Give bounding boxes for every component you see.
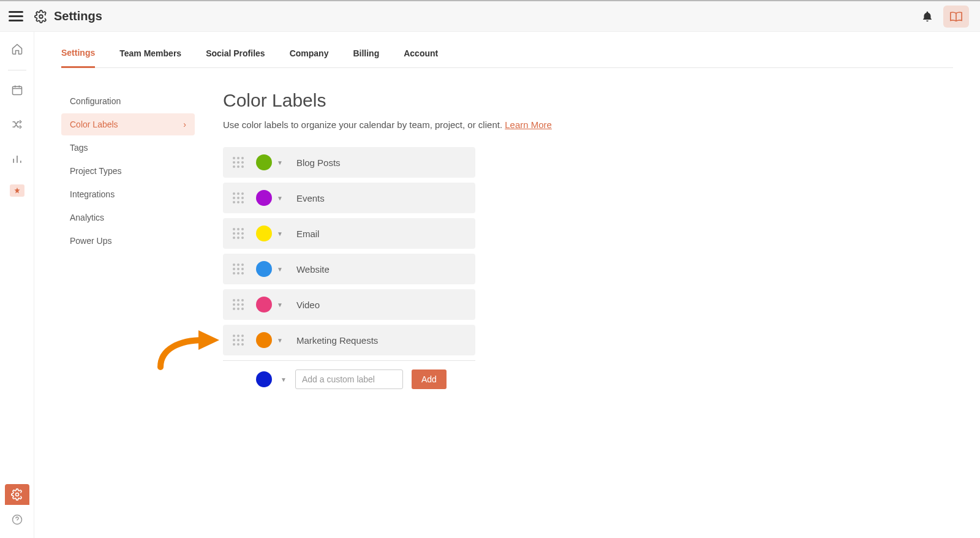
label-name[interactable]: Website bbox=[296, 264, 330, 275]
tab-team-members[interactable]: Team Members bbox=[119, 48, 181, 67]
tab-social-profiles[interactable]: Social Profiles bbox=[206, 48, 265, 67]
color-swatch[interactable] bbox=[256, 154, 272, 170]
sidenav-color-labels[interactable]: Color Labels› bbox=[61, 113, 195, 135]
color-swatch[interactable] bbox=[256, 297, 272, 313]
color-label-row: ▼Blog Posts bbox=[223, 147, 475, 178]
chevron-down-icon[interactable]: ▼ bbox=[277, 266, 283, 273]
callout-arrow-annotation bbox=[156, 329, 223, 372]
chevron-down-icon[interactable]: ▼ bbox=[277, 159, 283, 166]
label-name[interactable]: Email bbox=[296, 229, 320, 239]
chevron-down-icon[interactable]: ▼ bbox=[277, 301, 283, 308]
svg-rect-1 bbox=[12, 86, 21, 94]
label-name[interactable]: Marketing Requests bbox=[296, 335, 378, 346]
rail-help[interactable] bbox=[11, 513, 23, 528]
learn-more-link[interactable]: Learn More bbox=[505, 119, 552, 130]
sidenav-analytics[interactable]: Analytics bbox=[61, 206, 195, 229]
drag-handle-icon[interactable] bbox=[233, 263, 244, 275]
color-label-row: ▼Email bbox=[223, 218, 475, 249]
tab-settings[interactable]: Settings bbox=[61, 48, 95, 68]
color-swatch[interactable] bbox=[256, 261, 272, 277]
add-label-row: ▼ Add bbox=[223, 369, 475, 389]
color-swatch[interactable] bbox=[256, 225, 272, 241]
label-name[interactable]: Blog Posts bbox=[296, 157, 341, 168]
topbar: Settings bbox=[0, 1, 980, 32]
chevron-right-icon: › bbox=[183, 119, 186, 129]
sidenav-tags[interactable]: Tags bbox=[61, 137, 195, 159]
left-icon-rail bbox=[0, 32, 34, 538]
menu-toggle[interactable] bbox=[9, 11, 23, 21]
color-label-row: ▼Marketing Requests bbox=[223, 325, 475, 355]
settings-tabs: SettingsTeam MembersSocial ProfilesCompa… bbox=[61, 32, 953, 68]
chevron-down-icon[interactable]: ▼ bbox=[277, 195, 283, 202]
rail-analytics[interactable] bbox=[9, 150, 26, 167]
rail-calendar[interactable] bbox=[9, 81, 26, 99]
sidenav-configuration[interactable]: Configuration bbox=[61, 90, 195, 112]
label-name[interactable]: Events bbox=[296, 193, 325, 203]
section-title: Color Labels bbox=[223, 90, 688, 111]
svg-point-0 bbox=[39, 15, 43, 18]
gear-icon bbox=[34, 10, 48, 23]
rail-settings-active[interactable] bbox=[5, 484, 29, 505]
labels-divider bbox=[223, 360, 475, 361]
section-description: Use color labels to organize your calend… bbox=[223, 119, 688, 130]
drag-handle-icon[interactable] bbox=[233, 299, 244, 310]
rail-shuffle[interactable] bbox=[9, 116, 26, 133]
tab-billing[interactable]: Billing bbox=[353, 48, 379, 67]
color-labels-list: ▼Blog Posts▼Events▼Email▼Website▼Video▼M… bbox=[223, 147, 688, 355]
color-label-row: ▼Website bbox=[223, 254, 475, 284]
tab-account[interactable]: Account bbox=[404, 48, 438, 67]
sidenav-integrations[interactable]: Integrations bbox=[61, 183, 195, 205]
add-button[interactable]: Add bbox=[412, 369, 447, 389]
add-label-input[interactable] bbox=[295, 369, 403, 389]
sidenav-power-ups[interactable]: Power Ups bbox=[61, 230, 195, 252]
drag-handle-icon[interactable] bbox=[233, 335, 244, 346]
svg-point-2 bbox=[15, 493, 18, 496]
color-swatch[interactable] bbox=[256, 190, 272, 206]
rail-home[interactable] bbox=[9, 40, 26, 58]
color-label-row: ▼Events bbox=[223, 183, 475, 213]
notifications-icon[interactable] bbox=[921, 10, 933, 23]
drag-handle-icon[interactable] bbox=[233, 192, 244, 203]
tab-company[interactable]: Company bbox=[290, 48, 329, 67]
sidenav-project-types[interactable]: Project Types bbox=[61, 160, 195, 182]
page-header-title: Settings bbox=[54, 9, 102, 23]
color-swatch[interactable] bbox=[256, 332, 272, 348]
label-name[interactable]: Video bbox=[296, 300, 320, 310]
gear-icon bbox=[11, 488, 23, 501]
chevron-down-icon[interactable]: ▼ bbox=[277, 230, 283, 237]
color-label-row: ▼Video bbox=[223, 289, 475, 320]
add-color-swatch[interactable] bbox=[256, 371, 272, 387]
docs-button[interactable] bbox=[943, 6, 969, 28]
rail-divider bbox=[8, 70, 26, 70]
chevron-down-icon[interactable]: ▼ bbox=[277, 337, 283, 344]
rail-star[interactable] bbox=[10, 184, 24, 197]
drag-handle-icon[interactable] bbox=[233, 228, 244, 239]
book-icon bbox=[949, 10, 963, 23]
chevron-down-icon[interactable]: ▼ bbox=[281, 376, 287, 383]
drag-handle-icon[interactable] bbox=[233, 157, 244, 168]
